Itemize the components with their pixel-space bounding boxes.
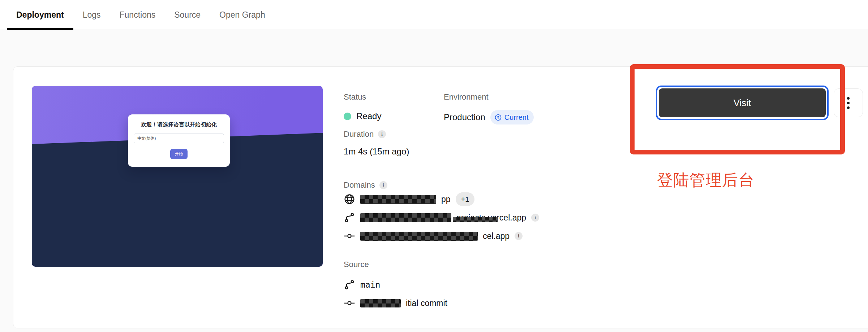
- duration-label-row: Duration i: [344, 130, 618, 139]
- domains-label-row: Domains i: [344, 180, 618, 190]
- git-commit-icon: [344, 230, 355, 242]
- domain-visible-tail: cel.app: [483, 231, 510, 241]
- tab-bar: Deployment Logs Functions Source Open Gr…: [0, 0, 868, 30]
- source-branch-row[interactable]: main: [344, 278, 618, 291]
- domains-info-icon[interactable]: i: [379, 181, 387, 189]
- domain-info-icon[interactable]: i: [531, 214, 539, 222]
- status-ready-dot: [344, 113, 351, 120]
- domain-tail-wrap: projects.vercel.app: [456, 213, 526, 223]
- annotation-text: 登陆管理后台: [657, 170, 755, 191]
- domains-label: Domains: [344, 180, 375, 190]
- source-label: Source: [344, 260, 618, 269]
- environment-section: Environment Production Current: [444, 92, 534, 125]
- branch-name: main: [360, 280, 380, 289]
- kebab-menu-icon: [847, 102, 850, 104]
- deployment-info: Status Ready Duration i 1m 4s (15m ago) …: [344, 92, 618, 315]
- git-branch-icon: [344, 279, 355, 290]
- globe-icon: [344, 193, 355, 205]
- environment-label: Environment: [444, 92, 534, 102]
- domain-info-icon[interactable]: i: [515, 232, 523, 240]
- visit-button-focus-ring: Visit: [656, 86, 829, 120]
- duration-value: 1m 4s (15m ago): [344, 145, 618, 158]
- domain-row-2[interactable]: projects.vercel.app i: [344, 211, 618, 224]
- kebab-menu-icon: [847, 97, 850, 100]
- redacted-domain: [360, 195, 436, 204]
- tab-functions[interactable]: Functions: [110, 0, 165, 30]
- arrow-up-circle-icon: [494, 114, 502, 121]
- redaction-overlay: [453, 217, 498, 222]
- status-value: Ready: [356, 110, 381, 122]
- deployment-preview-image[interactable]: 欢迎！请选择语言以开始初始化 中文(简体) 开始: [32, 86, 323, 267]
- tab-deployment[interactable]: Deployment: [7, 0, 73, 30]
- visit-button[interactable]: Visit: [659, 88, 826, 117]
- plus-one-badge[interactable]: +1: [456, 192, 475, 206]
- redacted-domain: [360, 232, 478, 241]
- git-branch-icon: [344, 212, 355, 223]
- preview-background: [32, 86, 323, 267]
- more-options-button[interactable]: [834, 88, 863, 117]
- environment-value-row: Production Current: [444, 110, 534, 125]
- environment-value: Production: [444, 111, 485, 123]
- kebab-menu-icon: [847, 106, 850, 109]
- preview-language-select: 中文(简体): [134, 134, 224, 143]
- tab-open-graph[interactable]: Open Graph: [210, 0, 275, 30]
- source-commit-row[interactable]: itial commit: [344, 297, 618, 310]
- redacted-domain: [360, 213, 451, 222]
- duration-label: Duration: [344, 130, 374, 139]
- tab-source[interactable]: Source: [165, 0, 210, 30]
- domain-row-1[interactable]: pp +1: [344, 193, 618, 206]
- tab-logs[interactable]: Logs: [73, 0, 110, 30]
- commit-message: itial commit: [406, 298, 447, 308]
- preview-language-dialog: 欢迎！请选择语言以开始初始化 中文(简体) 开始: [128, 114, 230, 167]
- redacted-commit-hash: [360, 299, 401, 307]
- preview-start-button: 开始: [170, 149, 188, 159]
- current-badge-label: Current: [504, 111, 529, 123]
- current-badge[interactable]: Current: [490, 110, 534, 125]
- preview-dialog-title: 欢迎！请选择语言以开始初始化: [128, 121, 230, 128]
- domain-row-3[interactable]: cel.app i: [344, 230, 618, 243]
- duration-info-icon[interactable]: i: [378, 130, 386, 138]
- domain-visible-tail: pp: [441, 195, 451, 204]
- git-commit-icon: [344, 297, 355, 309]
